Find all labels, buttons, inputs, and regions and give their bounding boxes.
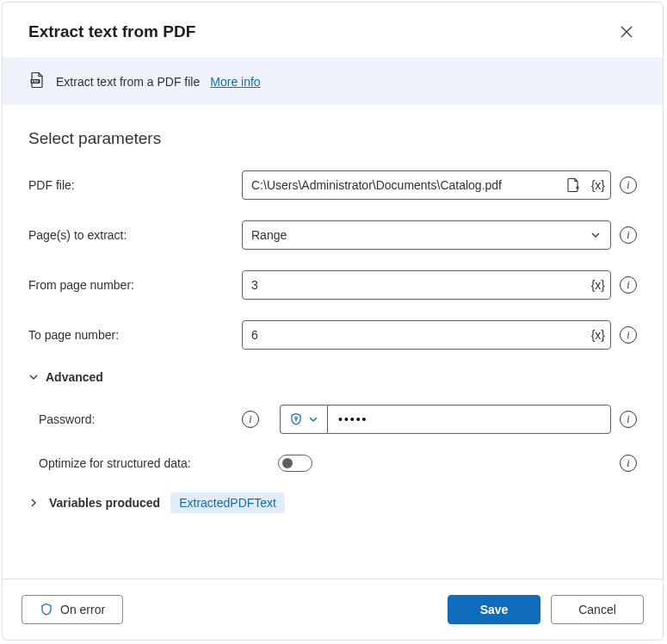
toggle-knob: [282, 458, 293, 468]
row-pdf-file: PDF file: {x} i: [28, 170, 637, 200]
close-button[interactable]: [613, 18, 640, 46]
pages-select[interactable]: Range: [242, 220, 611, 250]
insert-variable-button[interactable]: {x}: [586, 321, 610, 349]
on-error-label: On error: [60, 603, 105, 616]
pdf-file-label: PDF file:: [28, 178, 233, 192]
dialog-content: Select parameters PDF file: {x} i Page(s…: [3, 105, 663, 579]
banner-text: Extract text from a PDF file: [56, 75, 200, 89]
from-page-label: From page number:: [28, 278, 233, 292]
optimize-label: Optimize for structured data:: [28, 456, 269, 470]
password-input[interactable]: [327, 405, 611, 434]
pdf-file-icon: PDF: [28, 71, 46, 91]
info-button[interactable]: i: [620, 455, 637, 472]
chevron-down-icon: [28, 372, 39, 382]
more-info-link[interactable]: More info: [210, 75, 260, 89]
file-browse-icon: [565, 177, 581, 193]
dialog-title: Extract text from PDF: [28, 22, 195, 41]
cancel-button[interactable]: Cancel: [551, 595, 644, 624]
pdf-file-input[interactable]: [243, 171, 560, 199]
info-button[interactable]: i: [620, 176, 637, 194]
to-page-input[interactable]: [243, 321, 586, 349]
browse-file-button[interactable]: [560, 171, 586, 199]
pages-label: Page(s) to extract:: [28, 228, 233, 242]
info-button[interactable]: i: [620, 226, 637, 244]
row-from-page: From page number: {x} i: [28, 270, 637, 300]
info-button[interactable]: i: [620, 276, 637, 294]
advanced-label: Advanced: [46, 370, 103, 384]
variables-produced-row[interactable]: Variables produced ExtractedPDFText: [28, 492, 637, 513]
variables-produced-label: Variables produced: [49, 496, 160, 510]
section-title: Select parameters: [28, 129, 637, 148]
password-label: Password:: [39, 412, 95, 426]
chevron-down-icon: [308, 414, 318, 424]
svg-text:PDF: PDF: [32, 79, 40, 84]
info-banner: PDF Extract text from a PDF file More in…: [3, 58, 663, 105]
from-page-input-group: {x}: [242, 270, 611, 300]
pdf-file-input-group: {x}: [242, 170, 611, 200]
password-mode-button[interactable]: [280, 405, 327, 434]
close-icon: [621, 26, 633, 38]
to-page-input-group: {x}: [242, 320, 611, 350]
variable-pill[interactable]: ExtractedPDFText: [170, 492, 285, 513]
info-button[interactable]: i: [620, 411, 637, 428]
dialog: Extract text from PDF PDF Extract text f…: [2, 2, 664, 641]
to-page-label: To page number:: [28, 328, 233, 342]
password-field-wrap: [280, 405, 611, 434]
dialog-footer: On error Save Cancel: [3, 579, 663, 640]
on-error-button[interactable]: On error: [22, 595, 123, 624]
dialog-header: Extract text from PDF: [3, 3, 663, 58]
shield-icon: [289, 412, 303, 426]
info-button[interactable]: i: [620, 326, 637, 344]
insert-variable-button[interactable]: {x}: [586, 171, 610, 199]
row-pages: Page(s) to extract: Range i: [28, 220, 637, 250]
insert-variable-button[interactable]: {x}: [586, 271, 610, 299]
row-to-page: To page number: {x} i: [28, 320, 637, 350]
optimize-toggle[interactable]: [278, 455, 312, 472]
advanced-expander[interactable]: Advanced: [28, 370, 637, 384]
pages-select-value: Range: [251, 228, 287, 242]
from-page-input[interactable]: [243, 271, 586, 299]
info-button[interactable]: i: [242, 411, 259, 428]
svg-point-2: [295, 417, 298, 419]
shield-icon: [40, 603, 53, 616]
chevron-right-icon: [28, 498, 39, 508]
chevron-down-icon: [590, 229, 602, 241]
row-optimize: Optimize for structured data: i: [28, 455, 637, 472]
save-button[interactable]: Save: [448, 595, 540, 624]
row-password: Password: i i: [28, 405, 637, 434]
